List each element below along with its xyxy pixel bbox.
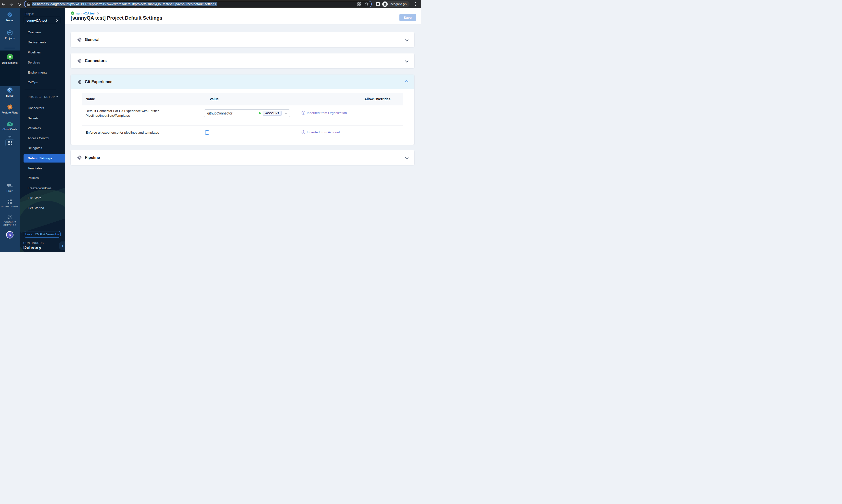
sidebar-item-get-started[interactable]: Get Started xyxy=(20,204,65,213)
chevron-up-icon[interactable] xyxy=(405,80,409,84)
chevron-down-icon[interactable] xyxy=(405,38,409,41)
section-header-general[interactable]: General xyxy=(71,32,414,47)
avatar-initial: S xyxy=(9,233,11,237)
chevron-down-icon[interactable] xyxy=(405,59,409,62)
inherited-from-account-link[interactable]: i Inherited from Account xyxy=(302,130,340,134)
sidebar-item-file-store[interactable]: File Store xyxy=(20,194,65,202)
rail-more-modules-chevron-icon[interactable] xyxy=(8,136,12,138)
sidebar-item-label: Builds xyxy=(0,94,20,97)
chevron-right-icon xyxy=(55,19,58,22)
nav-item-label: Variables xyxy=(28,126,41,130)
sidebar-item-delegates[interactable]: Delegates xyxy=(20,144,65,152)
rail-divider xyxy=(4,48,15,48)
section-header-git-experience[interactable]: Git Experience xyxy=(71,74,414,89)
section-header-pipeline[interactable]: Pipeline xyxy=(71,150,414,165)
sidebar-item-variables[interactable]: Variables xyxy=(20,124,65,132)
sidebar-item-services[interactable]: Services xyxy=(20,58,65,67)
section-title: General xyxy=(85,37,100,42)
lock-icon xyxy=(27,2,30,6)
sidebar-item-deployments[interactable]: ∞ Deployments xyxy=(0,53,20,64)
incognito-icon xyxy=(382,1,388,7)
page-title: [sunnyQA test] Project Default Settings xyxy=(71,15,162,21)
sidebar-item-help[interactable]: ? HELP xyxy=(0,183,20,192)
project-selector-value: sunnyQA test xyxy=(26,19,47,22)
nav-item-label: Environments xyxy=(28,71,47,74)
nav-item-label: Freeze Windows xyxy=(28,186,52,190)
gear-icon xyxy=(77,156,82,160)
selected-connector-value: githubConnector xyxy=(207,111,232,115)
info-icon: i xyxy=(302,130,305,134)
sidebar-item-projects[interactable]: Projects xyxy=(0,30,20,40)
browser-reload-button[interactable] xyxy=(17,2,22,6)
module-switcher-button[interactable] xyxy=(5,140,14,146)
table-row: Enforce git experience for pipelines and… xyxy=(82,126,402,139)
project-setup-section-header[interactable]: PROJECT SETUP xyxy=(28,95,55,98)
cd-module-icon: ∞ xyxy=(71,11,74,15)
tab-groups-icon[interactable] xyxy=(357,2,361,6)
save-button[interactable]: Save xyxy=(399,14,416,21)
chevron-up-icon[interactable] xyxy=(56,95,58,98)
cloud-costs-icon: $ xyxy=(6,121,14,127)
chevron-down-icon[interactable] xyxy=(405,156,409,159)
sidebar-item-feature-flags[interactable]: Feature Flags xyxy=(0,104,20,114)
sidebar-divider xyxy=(24,90,56,90)
inherited-from-organization-link[interactable]: i Inherited from Organization xyxy=(302,111,347,115)
table-row: Default Connector For Git Experience wit… xyxy=(82,105,402,126)
sidebar-item-label: Cloud Costs xyxy=(0,128,20,131)
sidebar-item-label: Home xyxy=(0,19,20,22)
sidebar-item-connectors[interactable]: Connectors xyxy=(20,104,65,112)
deployments-cd-icon: ∞ xyxy=(6,53,14,60)
gear-icon xyxy=(77,80,82,84)
default-connector-select[interactable]: githubConnector ACCOUNT xyxy=(204,109,290,117)
sidebar-item-builds[interactable]: Builds xyxy=(0,87,20,97)
inherit-label: Inherited from Organization xyxy=(307,111,347,115)
svg-text:$: $ xyxy=(9,123,11,126)
project-scope-label: Project xyxy=(24,12,34,16)
url-text[interactable]: qa.harness.io/ng/account/px7xd_BFRCi-pfW… xyxy=(32,2,217,6)
browser-menu-button[interactable] xyxy=(415,2,416,7)
setting-name: Default Connector For Git Experience wit… xyxy=(86,109,179,118)
collapse-arrow-icon xyxy=(61,245,63,247)
browser-forward-button[interactable] xyxy=(9,2,14,6)
section-header-connectors[interactable]: Connectors xyxy=(71,53,414,68)
sidebar-item-account-settings[interactable]: ACCOUNT SETTINGS xyxy=(0,215,20,227)
browser-toolbar: qa.harness.io/ng/account/px7xd_BFRCi-pfW… xyxy=(0,0,421,8)
sidebar-item-policies[interactable]: Policies xyxy=(20,174,65,182)
project-selector[interactable]: sunnyQA test xyxy=(24,17,60,24)
sidebar-item-home[interactable]: Home xyxy=(0,12,20,22)
scope-badge: ACCOUNT xyxy=(263,111,282,116)
sidebar-item-environments[interactable]: Environments xyxy=(20,68,65,77)
launch-cd-first-generation-button[interactable]: Launch CD First Generation xyxy=(24,231,60,237)
sidebar-item-dashboards[interactable]: DASHBOARDS xyxy=(0,199,20,208)
sidebar-item-pipelines[interactable]: Pipelines xyxy=(20,48,65,57)
user-avatar[interactable]: S xyxy=(6,231,14,238)
address-bar[interactable]: qa.harness.io/ng/account/px7xd_BFRCi-pfW… xyxy=(24,1,372,7)
section-card-general: General xyxy=(71,32,414,47)
bookmark-star-icon[interactable] xyxy=(364,2,369,6)
section-card-pipeline: Pipeline xyxy=(71,150,414,165)
gear-icon xyxy=(77,59,82,63)
section-card-connectors: Connectors xyxy=(71,53,414,68)
builds-ci-icon xyxy=(7,87,13,93)
nav-item-label: Secrets xyxy=(28,116,38,120)
nav-item-label: Overview xyxy=(28,31,41,34)
side-panel-icon[interactable] xyxy=(376,2,380,6)
browser-back-button[interactable] xyxy=(1,2,6,6)
incognito-badge[interactable]: Incognito (2) xyxy=(381,1,410,7)
feature-flags-icon xyxy=(7,104,13,110)
home-icon xyxy=(6,12,13,18)
sidebar-item-access-control[interactable]: Access Control xyxy=(20,134,65,143)
column-header-allow-overrides: Allow Overrides xyxy=(364,97,391,101)
sidebar-item-gitops[interactable]: GitOps xyxy=(20,78,65,87)
sidebar-item-cloud-costs[interactable]: $ Cloud Costs xyxy=(0,121,20,131)
sidebar-collapse-button[interactable] xyxy=(59,241,65,250)
enforce-git-experience-checkbox[interactable] xyxy=(205,130,209,134)
sidebar-item-overview[interactable]: Overview xyxy=(20,28,65,37)
sidebar-item-templates[interactable]: Templates xyxy=(20,164,65,173)
sidebar-item-secrets[interactable]: Secrets xyxy=(20,114,65,123)
sidebar-item-default-settings[interactable]: Default Settings xyxy=(23,154,65,163)
sidebar-item-deployments-nav[interactable]: Deployments xyxy=(20,38,65,47)
breadcrumb-project-link[interactable]: sunnyQA test xyxy=(76,12,95,15)
sidebar-item-freeze-windows[interactable]: Freeze Windows xyxy=(20,184,65,193)
nav-item-label: Access Control xyxy=(28,136,49,140)
